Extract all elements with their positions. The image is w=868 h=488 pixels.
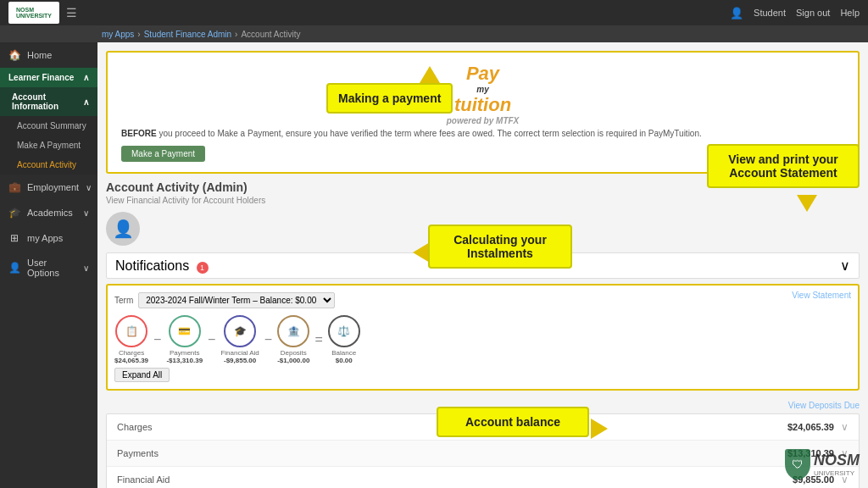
- deposits-circle: 🏦: [277, 315, 309, 347]
- charges-circle: 📋: [115, 315, 147, 347]
- balance-icon: ⚖️: [337, 325, 350, 337]
- pmt-banner: Paymytuition powered by MTFX BEFORE you …: [106, 51, 860, 174]
- finaid-label: Financial Aid: [220, 349, 259, 357]
- minus-sign-3: −: [264, 332, 272, 347]
- nosm-shield-icon: 🛡: [785, 449, 810, 480]
- arrow-account-balance: [591, 419, 608, 439]
- top-nav-left: NOSMUNIVERSITY ☰: [8, 2, 77, 24]
- arrow-calculating: [413, 242, 430, 263]
- home-icon: 🏠: [8, 49, 20, 61]
- payments-icon: 💳: [178, 325, 191, 337]
- charges-row-amount: $24,065.39: [787, 422, 834, 432]
- charges-row-chevron[interactable]: ∨: [841, 421, 849, 433]
- hamburger-icon[interactable]: ☰: [66, 6, 77, 19]
- user-options-icon: 👤: [8, 262, 20, 274]
- finaid-circle-item: 🎓 Financial Aid -$9,855.00: [220, 315, 259, 364]
- sidebar-item-home[interactable]: 🏠 Home: [0, 42, 97, 68]
- deposits-icon: 🏦: [287, 325, 300, 337]
- deposits-circle-item: 🏦 Deposits -$1,000.00: [277, 315, 309, 364]
- notifications-badge: 1: [197, 262, 209, 274]
- main-layout: 🏠 Home Learner Finance ∧ Account Informa…: [0, 42, 868, 488]
- notifications-label: Notifications 1: [115, 258, 209, 274]
- user-icon: 👤: [730, 7, 743, 19]
- sidebar-section-learner-finance[interactable]: Learner Finance ∧: [0, 68, 97, 87]
- term-select[interactable]: 2023-2024 Fall/Winter Term – Balance: $0…: [138, 292, 335, 308]
- page-title: Account Activity (Admin): [106, 180, 860, 194]
- finaid-circle: 🎓: [224, 315, 256, 347]
- make-payment-button[interactable]: Make a Payment: [121, 146, 205, 162]
- sidebar-user-options[interactable]: 👤 User Options ∨: [0, 251, 97, 285]
- view-deposits-link[interactable]: View Deposits Due: [106, 397, 860, 413]
- balance-label: Balance: [328, 349, 360, 357]
- nosm-watermark: 🛡 NOSM UNIVERSITY: [785, 449, 860, 480]
- sidebar-my-apps[interactable]: ⊞ my Apps: [0, 225, 97, 251]
- payments-row-label: Payments: [117, 448, 159, 458]
- term-row: Term 2023-2024 Fall/Winter Term – Balanc…: [114, 292, 851, 308]
- page-subtitle: View Financial Activity for Account Hold…: [106, 196, 860, 205]
- notifications-bar: Notifications 1 ∨: [106, 252, 860, 279]
- breadcrumb-my-apps[interactable]: my Apps: [102, 30, 134, 39]
- sidebar-academics[interactable]: 🎓 Academics ∨: [0, 200, 97, 225]
- payments-circle: 💳: [169, 315, 201, 347]
- username: Student: [754, 8, 786, 18]
- sidebar-account-info: Account Information ∧ Account Summary Ma…: [0, 87, 97, 175]
- notifications-chevron[interactable]: ∨: [840, 258, 850, 274]
- instalment-circles: 📋 Charges $24,065.39 − 💳 Payments -$13,3…: [114, 315, 851, 364]
- term-label: Term: [114, 296, 133, 305]
- sidebar-account-activity[interactable]: Account Activity: [0, 155, 97, 175]
- pmt-notice: BEFORE you proceed to Make a Payment, en…: [121, 129, 844, 138]
- top-nav-right: 👤 Student Sign out Help: [730, 7, 860, 19]
- sidebar-employment[interactable]: 💼 Employment ∨: [0, 175, 97, 200]
- minus-sign-2: −: [208, 332, 215, 347]
- deposits-amount: -$1,000.00: [277, 357, 309, 364]
- balance-circle: ⚖️: [328, 315, 360, 347]
- finaid-icon: 🎓: [234, 325, 247, 337]
- deposits-label: Deposits: [277, 349, 309, 357]
- arrow-making-payment: [420, 66, 440, 83]
- avatar: 👤: [106, 212, 140, 246]
- table-row: Payments $13,310.39 ∨: [107, 441, 859, 467]
- equals-sign: =: [314, 332, 322, 347]
- breadcrumb-student-finance[interactable]: Student Finance Admin: [144, 30, 231, 39]
- arrow-view-statement: [797, 195, 817, 212]
- view-statement-link[interactable]: View Statement: [792, 291, 851, 300]
- main-content: Paymytuition powered by MTFX BEFORE you …: [97, 42, 868, 488]
- charges-label: Charges: [114, 349, 148, 357]
- expand-all-button[interactable]: Expand All: [114, 368, 170, 382]
- sidebar-home-label: Home: [27, 50, 52, 60]
- sidebar-make-payment[interactable]: Make A Payment: [0, 136, 97, 155]
- charges-circle-item: 📋 Charges $24,065.39: [114, 315, 148, 364]
- instalment-box: Term 2023-2024 Fall/Winter Term – Balanc…: [106, 284, 860, 391]
- pmt-before: BEFORE: [121, 129, 157, 138]
- table-row: Charges $24,065.39 ∨: [107, 414, 859, 441]
- sidebar-account-info-header[interactable]: Account Information ∧: [0, 87, 97, 116]
- main-wrapper: Paymytuition powered by MTFX BEFORE you …: [97, 42, 868, 488]
- pmt-notice-text: you proceed to Make a Payment, ensure yo…: [159, 129, 701, 138]
- charges-row-label: Charges: [117, 422, 153, 432]
- breadcrumb: my Apps › Student Finance Admin › Accoun…: [0, 25, 868, 42]
- charges-icon: 📋: [125, 325, 138, 337]
- help-link[interactable]: Help: [840, 8, 860, 18]
- table-row: Financial Aid $9,855.00 ∨: [107, 467, 859, 488]
- my-apps-icon: ⊞: [8, 232, 20, 244]
- sidebar: 🏠 Home Learner Finance ∧ Account Informa…: [0, 42, 97, 488]
- charges-amount: $24,065.39: [114, 357, 148, 364]
- pmt-logo-sub: powered by MTFX: [121, 116, 844, 125]
- minus-sign-1: −: [153, 332, 161, 347]
- finaid-row-label: Financial Aid: [117, 474, 170, 485]
- top-nav: NOSMUNIVERSITY ☰ 👤 Student Sign out Help: [0, 0, 868, 25]
- sign-out-link[interactable]: Sign out: [796, 8, 830, 18]
- payments-amount: -$13,310.39: [166, 357, 203, 364]
- pmt-logo: Paymytuition powered by MTFX: [121, 63, 844, 125]
- breadcrumb-account-activity: Account Activity: [241, 30, 300, 39]
- balance-amount: $0.00: [328, 357, 360, 364]
- employment-icon: 💼: [8, 181, 20, 193]
- payments-label: Payments: [166, 349, 203, 357]
- nosm-logo: NOSMUNIVERSITY: [8, 2, 59, 24]
- finaid-amount: -$9,855.00: [220, 357, 259, 364]
- payments-circle-item: 💳 Payments -$13,310.39: [166, 315, 203, 364]
- account-rows: Charges $24,065.39 ∨ Payments $13,310.39…: [106, 413, 860, 488]
- sidebar-account-summary[interactable]: Account Summary: [0, 116, 97, 136]
- balance-circle-item: ⚖️ Balance $0.00: [328, 315, 360, 364]
- instalment-section: Term 2023-2024 Fall/Winter Term – Balanc…: [106, 284, 860, 391]
